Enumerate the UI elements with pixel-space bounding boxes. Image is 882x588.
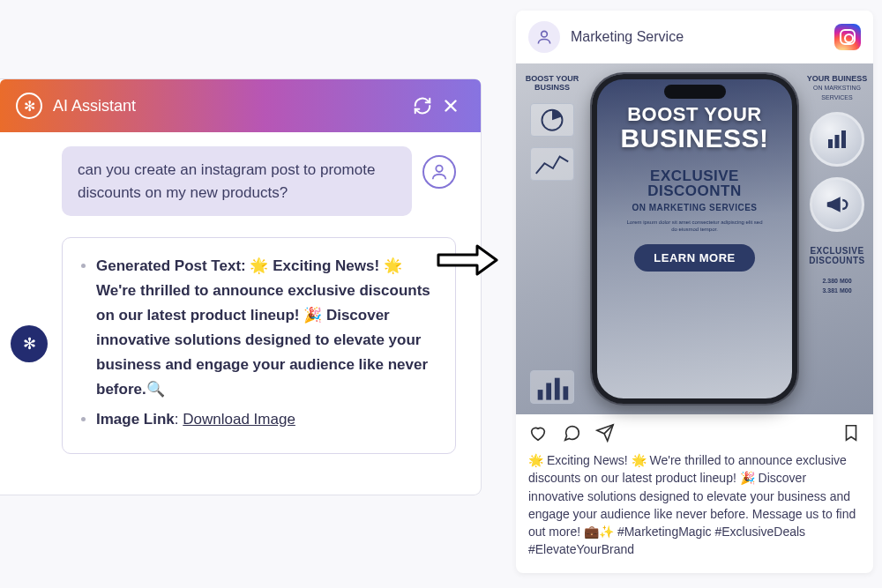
user-message: can you create an instagram post to prom…	[62, 146, 412, 216]
ai-response: Generated Post Text: 🌟 Exciting News! 🌟W…	[62, 237, 456, 454]
ai-avatar-icon: ✻	[11, 325, 48, 362]
bookmark-icon	[841, 423, 861, 443]
post-caption: 🌟 Exciting News! 🌟 We're thrilled to ann…	[516, 448, 873, 573]
instagram-logo-icon	[834, 24, 861, 50]
user-message-row: can you create an instagram post to prom…	[62, 146, 456, 216]
heart-icon	[528, 423, 548, 443]
ai-message-row: ✻ Generated Post Text: 🌟 Exciting News! …	[62, 237, 456, 454]
pie-chart-icon	[530, 103, 574, 137]
megaphone-badge-icon	[810, 177, 864, 232]
right-label: EXCLUSIVE DISCOUNTS	[806, 246, 868, 265]
svg-point-0	[436, 166, 442, 172]
close-icon	[441, 96, 460, 115]
phone-headline: BOOST YOUR BUSINESS!	[621, 104, 769, 153]
svg-rect-9	[841, 130, 846, 148]
profile-avatar-icon[interactable]	[528, 21, 560, 53]
price-list: 2.380 M00 3.381 M00	[806, 276, 868, 295]
refresh-icon	[413, 96, 432, 115]
comment-icon	[562, 423, 581, 443]
svg-rect-6	[563, 386, 568, 399]
chat-body: can you create an instagram post to prom…	[0, 132, 481, 468]
svg-rect-3	[538, 390, 543, 400]
refresh-button[interactable]	[408, 92, 437, 120]
like-button[interactable]	[528, 423, 548, 443]
comment-button[interactable]	[562, 423, 581, 443]
learn-more-button: LEARN MORE	[634, 244, 754, 272]
response-item-generated-text: Generated Post Text: 🌟 Exciting News! 🌟W…	[96, 254, 437, 402]
svg-rect-5	[555, 378, 560, 400]
image-left-column: BOOST YOUR BUSINSS	[516, 63, 588, 414]
svg-rect-4	[546, 383, 551, 399]
svg-rect-8	[835, 135, 840, 148]
bar-chart-icon	[530, 370, 574, 404]
send-icon	[595, 423, 615, 443]
image-right-column: YOUR BUINESS ON MARKSTING SERVICES EXCLU…	[801, 63, 873, 414]
phone-notch-icon	[664, 85, 726, 99]
assistant-header: ✻ AI Assistant	[0, 79, 481, 132]
close-button[interactable]	[437, 92, 465, 120]
ai-assistant-panel: ✻ AI Assistant can you create an instagr…	[0, 79, 481, 495]
arrow-icon	[437, 242, 498, 278]
assistant-logo-icon: ✻	[16, 93, 42, 119]
left-headline: BOOST YOUR BUSINSS	[521, 74, 583, 93]
phone-body-text: Lorem ipsum dolor sit amet consectetur a…	[624, 220, 766, 234]
save-button[interactable]	[841, 423, 861, 443]
response-item-image-link: Image Link: Download Image	[96, 407, 437, 432]
phone-mockup: BOOST YOUR BUSINESS! EXCLUSIVE DISCOONTN…	[592, 74, 797, 404]
download-image-link[interactable]: Download Image	[183, 411, 295, 428]
post-actions	[516, 414, 873, 448]
profile-username[interactable]: Marketing Service	[571, 29, 824, 45]
phone-subtext: ON MARKETING SERVICES	[632, 203, 758, 212]
post-image: BOOST YOUR BUSINSS BOOST YOUR BUSINESS! …	[516, 63, 873, 414]
user-avatar-icon	[422, 155, 456, 189]
instagram-header: Marketing Service	[516, 11, 873, 63]
line-chart-icon	[530, 147, 574, 181]
phone-subheadline: EXCLUSIVE DISCOONTN	[609, 168, 780, 200]
bars-badge-icon	[810, 112, 864, 167]
svg-point-1	[542, 31, 548, 37]
instagram-post-card: Marketing Service BOOST YOUR BUSINSS BOO…	[516, 11, 873, 573]
assistant-title: AI Assistant	[53, 97, 408, 115]
share-button[interactable]	[595, 423, 615, 443]
right-headline: YOUR BUINESS ON MARKSTING SERVICES	[806, 74, 868, 101]
svg-rect-7	[828, 139, 833, 148]
